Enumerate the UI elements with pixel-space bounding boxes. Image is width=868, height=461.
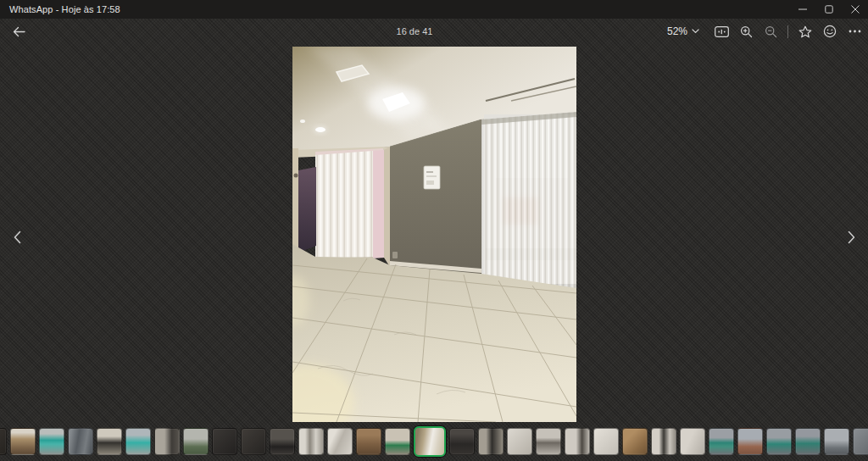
photo-image	[292, 47, 576, 422]
thumbnail[interactable]	[507, 428, 532, 455]
thumbnail[interactable]	[824, 428, 849, 455]
zoom-in-button[interactable]	[738, 23, 754, 40]
thumbnail[interactable]	[356, 428, 381, 455]
thumbnail[interactable]	[68, 428, 93, 455]
thumbnail[interactable]	[97, 428, 122, 455]
thumbnail[interactable]	[593, 428, 619, 455]
zoom-level-control[interactable]: 52%	[667, 25, 699, 37]
thumbnail[interactable]	[478, 428, 504, 455]
thumbnail[interactable]	[241, 428, 266, 455]
window-controls	[789, 0, 868, 19]
minimize-icon	[798, 5, 807, 14]
actual-size-button[interactable]	[714, 23, 729, 40]
zoom-out-icon	[765, 25, 777, 38]
thumbnail[interactable]	[622, 428, 648, 455]
thumbnail[interactable]	[680, 428, 705, 455]
titlebar: WhatsApp - Hoje às 17:58	[0, 0, 868, 19]
thumbnail[interactable]	[125, 428, 151, 455]
zoom-out-button[interactable]	[763, 23, 778, 40]
thumbnail[interactable]	[795, 428, 821, 455]
thumbnail[interactable]	[737, 428, 763, 455]
star-icon	[798, 25, 812, 38]
minimize-button[interactable]	[789, 0, 815, 19]
ellipsis-icon	[849, 30, 861, 33]
thumbnail[interactable]	[327, 428, 353, 455]
toolbar-tools: 52%	[667, 22, 862, 41]
next-button[interactable]	[841, 225, 861, 249]
thumbnail[interactable]	[39, 428, 64, 455]
thumbnail[interactable]	[10, 428, 36, 455]
thumbnail[interactable]	[298, 428, 324, 455]
photo-viewer-window: { "window": { "title": "WhatsApp - Hoje …	[0, 0, 868, 461]
toolbar-divider	[787, 25, 788, 38]
thumbnail[interactable]	[154, 428, 180, 455]
thumbnail[interactable]	[183, 428, 209, 455]
thumbnail[interactable]	[766, 428, 792, 455]
thumbnail[interactable]	[853, 428, 868, 455]
smiley-icon	[823, 25, 837, 38]
photo-view[interactable]	[292, 47, 576, 422]
more-options-button[interactable]	[847, 23, 862, 40]
maximize-icon	[825, 5, 833, 14]
thumbnail[interactable]	[536, 428, 561, 455]
thumbnail-selected[interactable]	[414, 426, 446, 457]
favorite-button[interactable]	[798, 23, 813, 40]
zoom-in-icon	[740, 25, 753, 38]
thumbnail[interactable]	[0, 428, 7, 455]
feedback-button[interactable]	[822, 23, 837, 40]
close-button[interactable]	[842, 0, 868, 19]
maximize-button[interactable]	[815, 0, 842, 19]
thumbnail[interactable]	[565, 428, 590, 455]
thumbnail[interactable]	[212, 428, 237, 455]
zoom-level: 52%	[667, 25, 687, 37]
prev-button[interactable]	[7, 225, 27, 249]
filmstrip	[0, 425, 868, 458]
window-title: WhatsApp - Hoje às 17:58	[0, 4, 120, 14]
thumbnail[interactable]	[449, 428, 475, 455]
close-icon	[851, 5, 860, 14]
thumbnail[interactable]	[709, 428, 734, 455]
thumbnail[interactable]	[270, 428, 295, 455]
chevron-left-icon	[14, 230, 21, 244]
chevron-down-icon	[692, 29, 699, 34]
actual-size-icon	[715, 26, 729, 37]
toolbar: 16 de 41 52%	[0, 19, 868, 44]
chevron-right-icon	[848, 230, 855, 244]
thumbnail[interactable]	[385, 428, 410, 455]
thumbnail[interactable]	[651, 428, 676, 455]
